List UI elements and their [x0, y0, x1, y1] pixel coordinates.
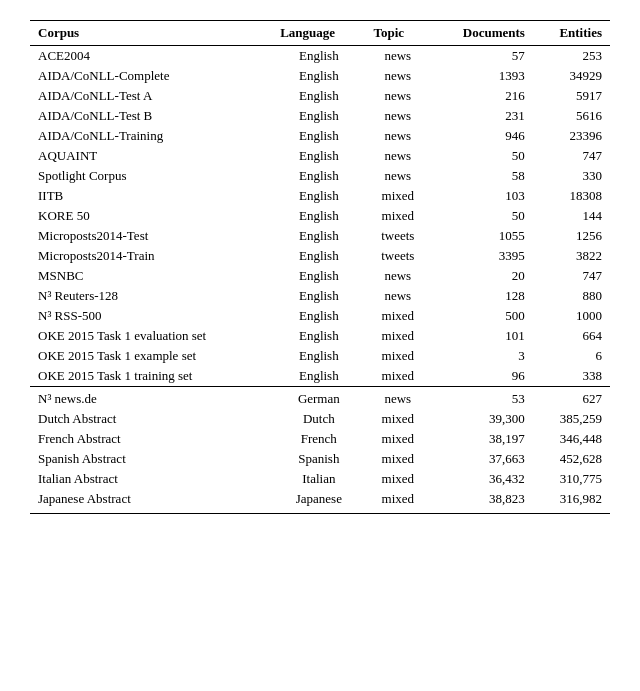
cell-documents: 53: [430, 387, 533, 410]
cell-language: English: [272, 146, 365, 166]
cell-language: English: [272, 306, 365, 326]
cell-entities: 747: [533, 146, 610, 166]
cell-documents: 500: [430, 306, 533, 326]
table-row: KORE 50 English mixed 50 144: [30, 206, 610, 226]
cell-corpus: OKE 2015 Task 1 evaluation set: [30, 326, 272, 346]
table-row: AIDA/CoNLL-Complete English news 1393 34…: [30, 66, 610, 86]
cell-topic: mixed: [365, 366, 430, 387]
cell-entities: 310,775: [533, 469, 610, 489]
table-row: Dutch Abstract Dutch mixed 39,300 385,25…: [30, 409, 610, 429]
cell-entities: 330: [533, 166, 610, 186]
cell-entities: 3822: [533, 246, 610, 266]
header-language: Language: [272, 21, 365, 46]
table-row: OKE 2015 Task 1 evaluation set English m…: [30, 326, 610, 346]
cell-entities: 880: [533, 286, 610, 306]
cell-documents: 101: [430, 326, 533, 346]
table-row: OKE 2015 Task 1 example set English mixe…: [30, 346, 610, 366]
cell-language: Italian: [272, 469, 365, 489]
cell-topic: mixed: [365, 489, 430, 514]
cell-language: English: [272, 106, 365, 126]
cell-entities: 5616: [533, 106, 610, 126]
cell-topic: news: [365, 387, 430, 410]
cell-entities: 1000: [533, 306, 610, 326]
cell-corpus: Dutch Abstract: [30, 409, 272, 429]
table-row: AIDA/CoNLL-Test A English news 216 5917: [30, 86, 610, 106]
cell-entities: 627: [533, 387, 610, 410]
cell-documents: 1393: [430, 66, 533, 86]
cell-topic: news: [365, 86, 430, 106]
table-row: N³ news.de German news 53 627: [30, 387, 610, 410]
cell-language: English: [272, 286, 365, 306]
cell-language: Spanish: [272, 449, 365, 469]
table-row: MSNBC English news 20 747: [30, 266, 610, 286]
table-row: ACE2004 English news 57 253: [30, 46, 610, 67]
header-topic: Topic: [365, 21, 430, 46]
cell-corpus: AIDA/CoNLL-Test B: [30, 106, 272, 126]
cell-entities: 664: [533, 326, 610, 346]
cell-corpus: AIDA/CoNLL-Test A: [30, 86, 272, 106]
cell-language: English: [272, 226, 365, 246]
cell-documents: 50: [430, 146, 533, 166]
table-row: Italian Abstract Italian mixed 36,432 31…: [30, 469, 610, 489]
cell-language: German: [272, 387, 365, 410]
cell-topic: news: [365, 46, 430, 67]
cell-language: English: [272, 206, 365, 226]
cell-corpus: N³ Reuters-128: [30, 286, 272, 306]
cell-corpus: KORE 50: [30, 206, 272, 226]
table-row: N³ Reuters-128 English news 128 880: [30, 286, 610, 306]
cell-entities: 18308: [533, 186, 610, 206]
cell-documents: 38,197: [430, 429, 533, 449]
cell-documents: 128: [430, 286, 533, 306]
cell-topic: mixed: [365, 469, 430, 489]
cell-entities: 5917: [533, 86, 610, 106]
cell-language: English: [272, 126, 365, 146]
cell-entities: 34929: [533, 66, 610, 86]
cell-corpus: French Abstract: [30, 429, 272, 449]
cell-corpus: N³ news.de: [30, 387, 272, 410]
cell-topic: mixed: [365, 306, 430, 326]
cell-topic: news: [365, 126, 430, 146]
cell-topic: mixed: [365, 206, 430, 226]
cell-documents: 58: [430, 166, 533, 186]
cell-language: English: [272, 246, 365, 266]
table-row: French Abstract French mixed 38,197 346,…: [30, 429, 610, 449]
cell-topic: mixed: [365, 449, 430, 469]
cell-topic: mixed: [365, 186, 430, 206]
table-row: AIDA/CoNLL-Test B English news 231 5616: [30, 106, 610, 126]
header-corpus: Corpus: [30, 21, 272, 46]
cell-language: English: [272, 46, 365, 67]
cell-topic: news: [365, 66, 430, 86]
cell-corpus: Spanish Abstract: [30, 449, 272, 469]
cell-entities: 346,448: [533, 429, 610, 449]
cell-language: English: [272, 366, 365, 387]
cell-topic: news: [365, 286, 430, 306]
cell-documents: 57: [430, 46, 533, 67]
cell-documents: 36,432: [430, 469, 533, 489]
cell-documents: 103: [430, 186, 533, 206]
cell-topic: mixed: [365, 326, 430, 346]
cell-topic: news: [365, 146, 430, 166]
cell-documents: 231: [430, 106, 533, 126]
cell-corpus: N³ RSS-500: [30, 306, 272, 326]
cell-entities: 747: [533, 266, 610, 286]
cell-corpus: ACE2004: [30, 46, 272, 67]
cell-corpus: Japanese Abstract: [30, 489, 272, 514]
header-documents: Documents: [430, 21, 533, 46]
cell-language: English: [272, 166, 365, 186]
cell-topic: tweets: [365, 226, 430, 246]
header-entities: Entities: [533, 21, 610, 46]
cell-corpus: MSNBC: [30, 266, 272, 286]
cell-corpus: Microposts2014-Test: [30, 226, 272, 246]
cell-documents: 1055: [430, 226, 533, 246]
corpus-table: Corpus Language Topic Documents Entities…: [30, 20, 610, 514]
cell-documents: 3: [430, 346, 533, 366]
cell-documents: 20: [430, 266, 533, 286]
cell-language: French: [272, 429, 365, 449]
cell-entities: 23396: [533, 126, 610, 146]
cell-topic: mixed: [365, 409, 430, 429]
table-row: Spotlight Corpus English news 58 330: [30, 166, 610, 186]
cell-entities: 452,628: [533, 449, 610, 469]
cell-language: English: [272, 266, 365, 286]
cell-documents: 96: [430, 366, 533, 387]
cell-corpus: IITB: [30, 186, 272, 206]
